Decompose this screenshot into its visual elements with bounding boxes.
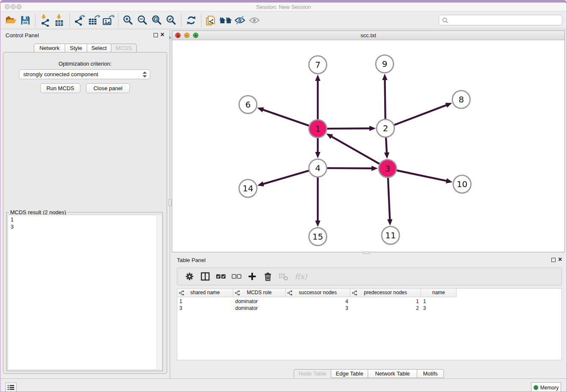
edge-arrowhead (445, 103, 452, 108)
edge-1-6[interactable] (261, 109, 309, 125)
split-panel-icon (200, 271, 210, 282)
network-overview-button[interactable] (218, 13, 233, 28)
search-icon (442, 17, 449, 24)
node-table[interactable]: shared nameMCDS rolesuccessor nodesprede… (177, 288, 562, 360)
table-cell[interactable]: 3 (177, 305, 233, 312)
tab-network-table[interactable]: Network Table (368, 369, 417, 378)
column-header-predecessor-nodes[interactable]: predecessor nodes (350, 289, 421, 297)
edge-4-14[interactable] (261, 171, 309, 185)
deselect-all-button[interactable] (228, 270, 244, 283)
memory-status-icon (534, 385, 538, 390)
delete-column-button[interactable] (260, 270, 275, 283)
edge-4-3[interactable] (327, 168, 374, 168)
result-scrollbar[interactable] (157, 215, 162, 370)
status-bar: Memory (0, 378, 567, 392)
column-header-MCDS-role[interactable]: MCDS role (233, 289, 286, 297)
duplicate-network-button[interactable] (204, 13, 218, 28)
table-cell[interactable]: 3 (286, 305, 350, 312)
graphics-details-button[interactable] (233, 13, 247, 28)
float-table-panel-icon[interactable] (551, 258, 556, 262)
tab-network[interactable]: Network (34, 44, 65, 52)
edge-3-10[interactable] (397, 171, 449, 182)
close-panel-button[interactable]: Close panel (86, 83, 130, 93)
search-box[interactable] (439, 15, 562, 25)
column-header-successor-nodes[interactable]: successor nodes (286, 289, 350, 297)
run-mcds-button[interactable]: Run MCDS (40, 83, 80, 93)
table-cell[interactable]: 2 (350, 305, 421, 312)
table-row[interactable]: 3dominator323 (177, 305, 457, 312)
table-cell[interactable]: 1 (177, 298, 233, 305)
task-history-button[interactable] (6, 383, 17, 392)
zoom-fit-button[interactable] (150, 13, 164, 28)
zoom-in-button[interactable] (121, 13, 135, 28)
network-canvas[interactable]: 7968124314101511 (172, 40, 564, 252)
refresh-button[interactable] (184, 13, 198, 28)
horizontal-splitter-grip[interactable] (363, 251, 370, 254)
select-all-button[interactable] (213, 270, 228, 283)
export-image-icon (102, 14, 115, 26)
tab-style[interactable]: Style (65, 44, 87, 52)
list-icon (8, 385, 14, 390)
import-network-button[interactable] (38, 13, 52, 28)
edge-arrowhead (257, 181, 264, 186)
add-column-button[interactable] (244, 270, 260, 283)
graph-node-label: 4 (315, 163, 321, 173)
edge-2-8[interactable] (394, 104, 449, 125)
table-cell[interactable]: 1 (350, 298, 421, 305)
edge-2-9[interactable] (385, 77, 385, 119)
criterion-select[interactable]: strongly connected component (19, 69, 150, 79)
zoom-selected-button[interactable] (164, 13, 179, 28)
search-input[interactable] (449, 15, 562, 25)
table-cell[interactable]: 4 (286, 298, 350, 305)
mcds-result-list[interactable]: 1 3 (8, 215, 162, 370)
table-cell[interactable]: 3 (421, 305, 457, 312)
float-panel-icon[interactable] (154, 33, 158, 37)
zoom-out-icon (137, 15, 148, 26)
export-network-button[interactable] (72, 13, 87, 28)
table-header-row: shared nameMCDS rolesuccessor nodesprede… (177, 289, 457, 297)
zoom-out-button[interactable] (135, 13, 150, 28)
tab-edge-table[interactable]: Edge Table (331, 369, 368, 378)
splitter-collapse-icon[interactable] (169, 36, 171, 39)
graph-node-label: 15 (312, 232, 323, 242)
open-session-button[interactable] (4, 13, 18, 28)
column-type-icon (235, 290, 240, 295)
table-row[interactable]: 1dominator411 (177, 298, 457, 305)
network-window-titlebar[interactable]: x − + scc.txt (172, 31, 564, 40)
table-cell[interactable]: dominator (233, 298, 286, 305)
edge-2-3[interactable] (386, 138, 387, 155)
edge-3-11[interactable] (388, 178, 390, 222)
tab-node-table[interactable]: Node Table (294, 369, 331, 378)
column-header-shared-name[interactable]: shared name (177, 289, 233, 297)
gear-icon (184, 271, 195, 282)
export-table-icon (88, 14, 100, 26)
vertical-splitter-grip[interactable] (168, 199, 172, 206)
import-table-button[interactable] (52, 13, 67, 28)
column-type-icon (352, 290, 357, 295)
column-type-icon (287, 290, 292, 295)
table-settings-button[interactable] (182, 270, 197, 283)
edge-1-2[interactable] (327, 128, 372, 129)
tab-select[interactable]: Select (87, 44, 111, 52)
eye-icon (248, 15, 260, 26)
table-cell[interactable]: 1 (421, 298, 457, 305)
close-panel-icon[interactable]: × (160, 31, 164, 39)
memory-button[interactable]: Memory (531, 382, 561, 392)
export-image-button[interactable] (101, 13, 116, 28)
edge-3-1[interactable] (330, 135, 380, 164)
tab-motifs[interactable]: Motifs (417, 369, 444, 378)
toolbar-separator (201, 14, 201, 27)
select-all-icon (216, 273, 226, 280)
tab-mcds[interactable]: MCDS (111, 44, 137, 52)
column-header-name[interactable]: name (421, 289, 457, 297)
table-cell[interactable]: dominator (233, 305, 286, 312)
split-view-button[interactable] (197, 270, 213, 283)
edge-arrowhead (372, 166, 378, 171)
homes-icon (219, 15, 232, 25)
close-table-panel-icon[interactable]: × (558, 256, 562, 263)
export-table-button[interactable] (87, 13, 101, 28)
open-folder-icon (5, 15, 17, 26)
save-session-button[interactable] (18, 13, 33, 28)
import-network-icon (40, 14, 51, 27)
edge-arrowhead (446, 178, 453, 183)
